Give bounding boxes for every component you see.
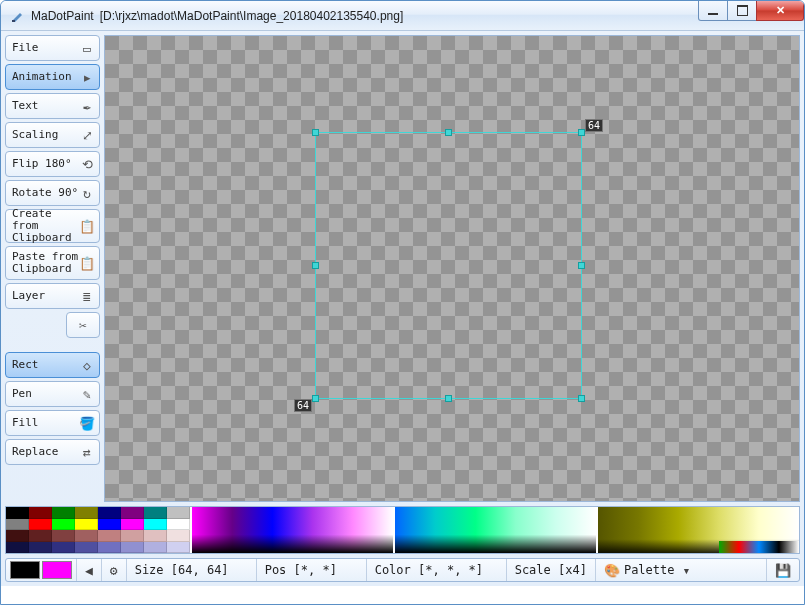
swatch[interactable] [52, 519, 75, 531]
close-button[interactable] [756, 1, 804, 21]
layer-button[interactable]: Layer ≣ [5, 283, 100, 309]
swatch[interactable] [121, 530, 144, 542]
fill-tool-button[interactable]: Fill 🪣 [5, 410, 100, 436]
handle-e[interactable] [578, 262, 585, 269]
swatch[interactable] [75, 530, 98, 542]
swatch[interactable] [29, 542, 52, 554]
pen-tool-button[interactable]: Pen ✎ [5, 381, 100, 407]
swatch[interactable] [144, 530, 167, 542]
swatch[interactable] [6, 507, 29, 519]
scaling-icon: ⤢ [79, 127, 95, 143]
app-name: MaDotPaint [31, 9, 94, 23]
gradient-panel-1[interactable] [192, 507, 393, 553]
selection-rect[interactable]: 64 64 [315, 132, 582, 399]
window-title: MaDotPaint [D:\rjxz\madot\MaDotPaint\Ima… [31, 9, 403, 23]
app-icon [9, 8, 25, 24]
swatch[interactable] [121, 542, 144, 554]
text-button[interactable]: Text ✒ [5, 93, 100, 119]
swatch[interactable] [52, 530, 75, 542]
play-icon: ▸ [79, 69, 95, 85]
status-color: Color [*, *, *] [375, 563, 483, 577]
clipboard-new-icon: 📋 [79, 218, 95, 234]
back-icon[interactable]: ◀ [85, 563, 93, 578]
swatch[interactable] [29, 530, 52, 542]
swatch[interactable] [98, 542, 121, 554]
swatch[interactable] [52, 507, 75, 519]
swatch[interactable] [121, 519, 144, 531]
handle-sw[interactable] [312, 395, 319, 402]
secondary-color-swatch[interactable] [42, 561, 72, 579]
selection-height-label: 64 [294, 399, 312, 412]
scaling-button[interactable]: Scaling ⤢ [5, 122, 100, 148]
swatch[interactable] [98, 530, 121, 542]
save-icon[interactable]: 💾 [775, 563, 791, 578]
swatch[interactable] [75, 507, 98, 519]
swatch[interactable] [75, 519, 98, 531]
bucket-icon: 🪣 [79, 415, 95, 431]
folder-icon: ▭ [79, 40, 95, 56]
palette-icon: 🎨 [604, 563, 620, 578]
maximize-button[interactable] [727, 1, 757, 21]
color-palette [5, 506, 800, 554]
scissors-icon: ✂ [75, 317, 91, 333]
minimize-button[interactable] [698, 1, 728, 21]
eraser-icon: ◇ [79, 357, 95, 373]
handle-se[interactable] [578, 395, 585, 402]
handle-w[interactable] [312, 262, 319, 269]
pencil-icon: ✎ [79, 386, 95, 402]
file-button[interactable]: File ▭ [5, 35, 100, 61]
status-bar: ◀ ⚙ Size [64, 64] Pos [*, *] Color [*, *… [5, 558, 800, 582]
handle-s[interactable] [445, 395, 452, 402]
nib-icon: ✒ [79, 98, 95, 114]
chevron-down-icon[interactable]: ▾ [682, 563, 690, 578]
handle-ne[interactable] [578, 129, 585, 136]
rotate-button[interactable]: Rotate 90° ↻ [5, 180, 100, 206]
animation-button[interactable]: Animation ▸ [5, 64, 100, 90]
cut-button[interactable]: ✂ [66, 312, 100, 338]
gradient-pickers [192, 507, 799, 553]
status-pos: Pos [*, *] [265, 563, 337, 577]
layer-icon: ≣ [79, 288, 95, 304]
swatch[interactable] [167, 542, 190, 554]
swatch[interactable] [144, 542, 167, 554]
swatch[interactable] [98, 519, 121, 531]
swatch[interactable] [121, 507, 144, 519]
window-controls [699, 1, 804, 21]
swatch[interactable] [52, 542, 75, 554]
settings-icon[interactable]: ⚙ [110, 563, 118, 578]
swatch[interactable] [167, 530, 190, 542]
swatch[interactable] [29, 507, 52, 519]
swatch[interactable] [6, 530, 29, 542]
handle-n[interactable] [445, 129, 452, 136]
swatch[interactable] [144, 519, 167, 531]
primary-color-swatch[interactable] [10, 561, 40, 579]
svg-rect-0 [12, 20, 15, 22]
swatch[interactable] [75, 542, 98, 554]
status-size: Size [64, 64] [135, 563, 229, 577]
replace-tool-button[interactable]: Replace ⇄ [5, 439, 100, 465]
swatch[interactable] [29, 519, 52, 531]
handle-nw[interactable] [312, 129, 319, 136]
swatch[interactable] [167, 519, 190, 531]
gradient-panel-3[interactable] [598, 507, 799, 553]
paste-from-clipboard-button[interactable]: Paste from Clipboard 📋 [5, 246, 100, 280]
clipboard-paste-icon: 📋 [79, 255, 95, 271]
client-area: File ▭ Animation ▸ Text ✒ Scaling ⤢ Flip… [1, 31, 804, 586]
rotate-icon: ↻ [79, 185, 95, 201]
create-from-clipboard-button[interactable]: Create from Clipboard 📋 [5, 209, 100, 243]
titlebar: MaDotPaint [D:\rjxz\madot\MaDotPaint\Ima… [1, 1, 804, 31]
flip-icon: ⟲ [79, 156, 95, 172]
swatch[interactable] [6, 519, 29, 531]
status-scale: Scale [x4] [515, 563, 587, 577]
rect-tool-button[interactable]: Rect ◇ [5, 352, 100, 378]
swatch[interactable] [98, 507, 121, 519]
replace-icon: ⇄ [79, 444, 95, 460]
swatch-grid[interactable] [6, 507, 190, 553]
swatch[interactable] [6, 542, 29, 554]
swatch[interactable] [144, 507, 167, 519]
swatch[interactable] [167, 507, 190, 519]
flip-button[interactable]: Flip 180° ⟲ [5, 151, 100, 177]
gradient-panel-2[interactable] [395, 507, 596, 553]
left-toolbar: File ▭ Animation ▸ Text ✒ Scaling ⤢ Flip… [5, 35, 100, 502]
canvas[interactable]: 64 64 [104, 35, 800, 502]
